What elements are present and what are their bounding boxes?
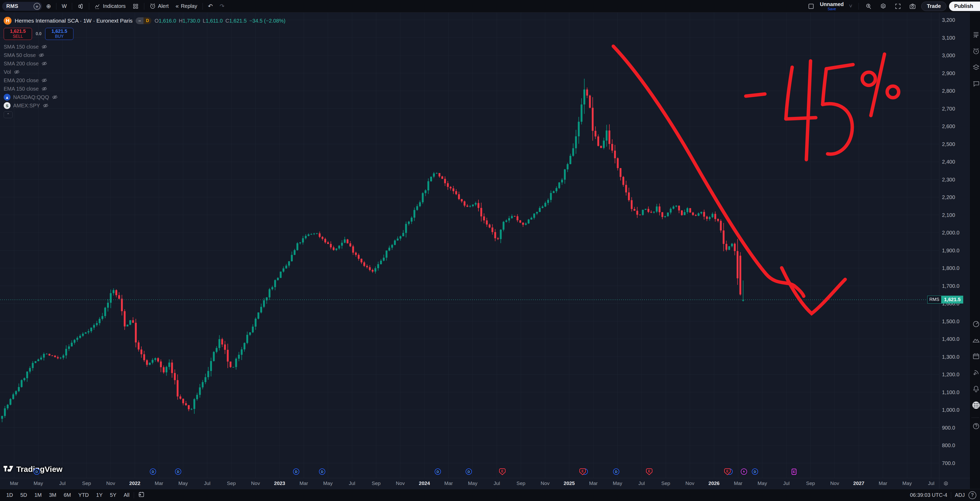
eye-off-icon[interactable]: [41, 61, 48, 67]
dividend-event-badge[interactable]: D: [434, 468, 443, 477]
help-icon[interactable]: [972, 422, 980, 430]
indicator-row[interactable]: ▲NASDAQ:QQQ: [4, 93, 58, 101]
dividend-event-badge[interactable]: D: [751, 468, 760, 477]
indicator-row[interactable]: Vol: [4, 68, 58, 76]
hotlist-icon[interactable]: [972, 320, 980, 328]
screenshot-button[interactable]: [907, 1, 919, 11]
range-button-5y[interactable]: 5Y: [107, 491, 119, 499]
watchlist-icon[interactable]: [972, 31, 980, 39]
chart-style-button[interactable]: [75, 1, 86, 11]
go-to-date-button[interactable]: [138, 491, 145, 499]
range-button-5d[interactable]: 5D: [18, 491, 30, 499]
symbol-search-field[interactable]: RMS ◈: [2, 2, 42, 11]
indicator-row[interactable]: SMA 150 close: [4, 43, 58, 51]
price-tick-label: 900.0: [942, 424, 955, 431]
right-sidebar: [970, 13, 980, 489]
earnings-event-badge[interactable]: E: [646, 468, 654, 477]
alert-button[interactable]: Alert: [147, 1, 171, 11]
legend-controls[interactable]: – D: [135, 18, 151, 24]
notifications-icon[interactable]: [972, 385, 980, 393]
eye-off-icon[interactable]: [41, 77, 48, 83]
price-tick-label: 2,700: [942, 105, 955, 112]
delayed-data-badge[interactable]: D: [143, 18, 151, 24]
date-range-buttons: 1D5D1M3M6MYTD1Y5YAll: [0, 491, 910, 499]
eye-off-icon[interactable]: [43, 102, 49, 109]
chart-pane[interactable]: H Hermes International SCA · 1W · Eurone…: [0, 13, 939, 478]
eye-off-icon[interactable]: [52, 94, 58, 100]
sell-button[interactable]: 1,621.5 SELL: [4, 28, 32, 40]
indicator-row[interactable]: SMA 200 close: [4, 59, 58, 68]
collapse-legend-button[interactable]: ⌃: [4, 111, 13, 118]
high-value: 1,730.0: [183, 18, 200, 24]
range-button-3m[interactable]: 3M: [46, 491, 60, 499]
indicator-row[interactable]: SAMEX:SPY: [4, 101, 58, 110]
symbol-title[interactable]: Hermes International SCA · 1W · Euronext…: [15, 18, 132, 24]
indicator-templates-button[interactable]: [130, 1, 142, 11]
axis-settings-corner[interactable]: [939, 478, 970, 489]
adjust-data-toggle[interactable]: ADJ: [955, 492, 965, 498]
range-button-ytd[interactable]: YTD: [75, 491, 92, 499]
range-button-1m[interactable]: 1M: [31, 491, 45, 499]
dividend-event-badge[interactable]: D: [149, 468, 158, 477]
help-button[interactable]: ?: [969, 491, 976, 499]
dividend-event-badge[interactable]: D: [175, 468, 183, 477]
dividend-event-badge[interactable]: D: [318, 468, 328, 477]
dividend-event-badge[interactable]: D: [465, 468, 474, 477]
eye-off-icon[interactable]: [41, 86, 48, 92]
range-button-6m[interactable]: 6M: [60, 491, 74, 499]
range-button-1y[interactable]: 1Y: [93, 491, 106, 499]
price-tick-label: 3,000: [942, 53, 955, 59]
price-axis[interactable]: 3,2003,1003,0002,9002,8002,7002,6002,500…: [939, 13, 970, 478]
drawing-annotation-minus-45pct[interactable]: [613, 46, 899, 314]
layout-name-button[interactable]: Unnamed Save: [820, 2, 843, 11]
eye-off-icon[interactable]: [14, 69, 20, 75]
time-axis[interactable]: MarMayJulSepNov2022MarMayJulSepNov2023Ma…: [0, 478, 939, 489]
eye-off-icon[interactable]: [38, 52, 45, 58]
dividend-event-badge[interactable]: D: [612, 468, 621, 477]
fullscreen-button[interactable]: [892, 1, 904, 11]
eye-off-icon[interactable]: [41, 43, 48, 50]
price-tick-label: 2,800: [942, 88, 955, 94]
earnings-event-badge[interactable]: E: [724, 468, 733, 477]
range-button-all[interactable]: All: [120, 491, 132, 499]
indicator-row[interactable]: EMA 150 close: [4, 85, 58, 93]
buy-button[interactable]: 1,621.5 BUY: [45, 28, 73, 40]
object-tree-icon[interactable]: [972, 64, 980, 72]
chat-icon[interactable]: [972, 80, 980, 88]
symbol-logo-icon: ◈: [33, 3, 40, 10]
dividend-event-badge[interactable]: D: [33, 468, 42, 477]
clock-readout[interactable]: 06:39:03 UTC-4: [910, 492, 947, 498]
indicator-row[interactable]: SMA 50 close: [4, 51, 58, 59]
legend-minimize-button[interactable]: –: [135, 18, 143, 24]
time-tick-label: 2024: [419, 480, 430, 486]
broadcast-icon[interactable]: [972, 369, 980, 377]
redo-button[interactable]: ↷: [217, 1, 227, 11]
calendar-icon[interactable]: [972, 353, 980, 360]
layout-menu-caret[interactable]: ˅: [846, 1, 855, 11]
trade-button[interactable]: Trade: [921, 2, 946, 11]
quick-search-button[interactable]: [862, 1, 875, 11]
settings-button[interactable]: [877, 1, 889, 11]
apps-icon[interactable]: [972, 401, 980, 409]
time-tick-label: Mar: [444, 480, 453, 486]
dividend-event-badge[interactable]: D: [293, 468, 301, 477]
replay-button[interactable]: « Replay: [173, 1, 200, 11]
indicators-button[interactable]: Indicators: [92, 1, 128, 11]
undo-button[interactable]: ↶: [205, 1, 215, 11]
compare-add-symbol-button[interactable]: ⊕: [43, 1, 54, 11]
range-button-1d[interactable]: 1D: [3, 491, 16, 499]
split-event-badge[interactable]: [740, 468, 749, 477]
layout-square-icon: [808, 3, 815, 10]
trade-widget: 1,621.5 SELL 0.0 1,621.5 BUY: [4, 28, 73, 40]
earnings-event-badge[interactable]: E: [790, 468, 799, 477]
publish-button[interactable]: Publish: [949, 2, 980, 11]
earnings-event-badge[interactable]: E: [499, 468, 508, 477]
earnings-event-badge[interactable]: E: [579, 468, 588, 477]
save-link[interactable]: Save: [827, 7, 836, 11]
price-tick-label: 1,200.0: [942, 372, 959, 378]
indicator-row[interactable]: EMA 200 close: [4, 76, 58, 85]
interval-button[interactable]: W: [59, 1, 69, 11]
ideas-icon[interactable]: [972, 336, 980, 344]
layout-select-button[interactable]: [805, 1, 817, 11]
alerts-icon[interactable]: [972, 47, 980, 55]
